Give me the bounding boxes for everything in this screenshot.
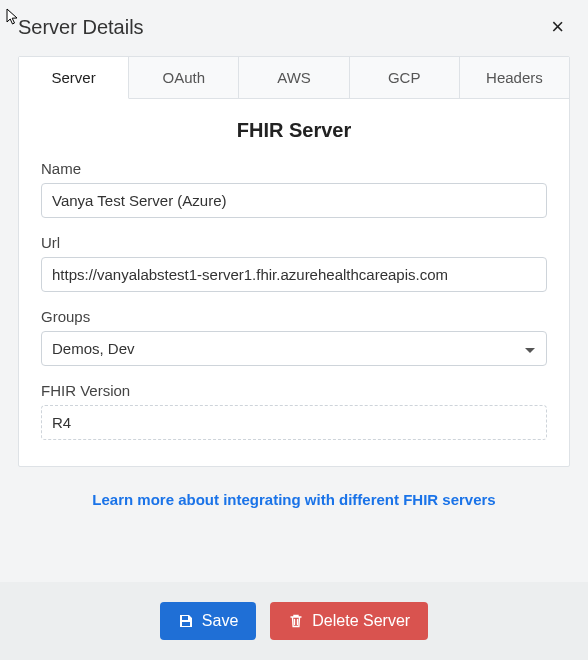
name-input[interactable] (41, 183, 547, 218)
name-label: Name (41, 160, 547, 177)
url-label: Url (41, 234, 547, 251)
tab-bar: Server OAuth AWS GCP Headers (19, 57, 569, 99)
modal-title: Server Details (18, 16, 144, 39)
groups-select[interactable] (41, 331, 547, 366)
close-icon: × (551, 14, 564, 39)
field-fhir-version: FHIR Version R4 (41, 382, 547, 440)
tab-gcp[interactable]: GCP (350, 57, 460, 98)
url-input[interactable] (41, 257, 547, 292)
tab-oauth[interactable]: OAuth (129, 57, 239, 98)
save-icon (178, 613, 194, 629)
section-title: FHIR Server (41, 119, 547, 142)
save-button[interactable]: Save (160, 602, 256, 640)
delete-label: Delete Server (312, 612, 410, 630)
svg-rect-0 (186, 616, 188, 619)
tab-headers[interactable]: Headers (460, 57, 569, 98)
delete-server-button[interactable]: Delete Server (270, 602, 428, 640)
modal-header: Server Details × (0, 0, 588, 56)
modal-body: Server OAuth AWS GCP Headers FHIR Server… (0, 56, 588, 582)
tab-card: Server OAuth AWS GCP Headers FHIR Server… (18, 56, 570, 467)
save-label: Save (202, 612, 238, 630)
modal-footer: Save Delete Server (0, 582, 588, 660)
tab-content: FHIR Server Name Url Groups (19, 99, 569, 466)
field-url: Url (41, 234, 547, 292)
version-label: FHIR Version (41, 382, 547, 399)
groups-input[interactable] (41, 331, 547, 366)
groups-label: Groups (41, 308, 547, 325)
learn-more-link[interactable]: Learn more about integrating with differ… (18, 491, 570, 508)
field-name: Name (41, 160, 547, 218)
server-details-modal: Server Details × Server OAuth AWS GCP He… (0, 0, 588, 660)
close-button[interactable]: × (545, 12, 570, 42)
tab-server[interactable]: Server (19, 57, 129, 99)
version-value: R4 (41, 405, 547, 440)
trash-icon (288, 613, 304, 629)
tab-aws[interactable]: AWS (239, 57, 349, 98)
field-groups: Groups (41, 308, 547, 366)
